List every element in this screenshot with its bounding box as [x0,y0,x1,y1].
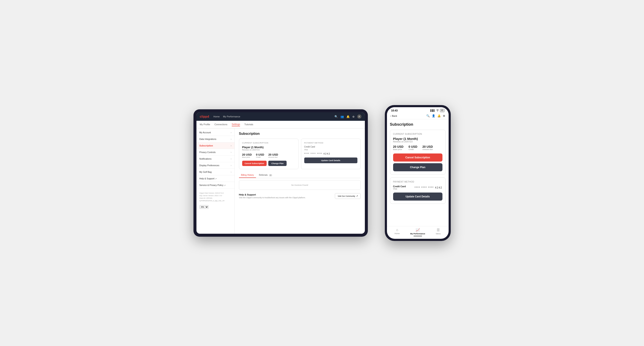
chevron-icon: › [231,164,231,167]
sidebar-label-my-golf-bag: My Golf Bag [200,171,212,173]
payment-method-title: Payment Method [304,142,358,144]
phone-card-number: **** **** **** 4242 [414,186,442,189]
avatar-icon[interactable]: A [357,114,362,119]
current-subscription-card: Current Subscription Player (1 Month) Re… [239,139,298,169]
subnav-my-profile[interactable]: My Profile [200,123,210,126]
lang-dropdown[interactable]: EN [200,205,208,209]
plan-name: Player (1 Month) [242,146,295,149]
subnav-connections[interactable]: Connections [214,123,227,126]
back-chevron-icon: ‹ [390,115,391,117]
phone-nav-performance[interactable]: 📈 My Performance [407,228,428,236]
phone-nav-home-label: Home [394,232,400,235]
phone-credit-label: Credit [409,148,417,151]
payment-method-card: Payment Method Credit Card Visa **** ***… [301,139,360,169]
nav-links: Home My Performance [214,115,240,118]
phone-nav-performance-label: My Performance [410,233,425,235]
sidebar-label-subscription: Subscription [200,144,213,147]
sidebar-item-privacy-controls[interactable]: Privacy Controls › [196,149,234,156]
phone-base-label: Base price [393,148,404,151]
subnav-tutorials[interactable]: Tutorials [244,123,253,126]
performance-icon: 📈 [416,228,420,232]
language-selector[interactable]: EN [200,205,232,209]
phone-nav-menu[interactable]: ☰ Menu [428,228,448,236]
community-label: Visit Our Community [338,195,355,197]
tab-referrals[interactable]: Referrals 0 [257,173,274,178]
current-subscription-title: Current Subscription [242,142,295,144]
phone-change-plan-button[interactable]: Change Plan [393,163,442,171]
chevron-icon: › [231,131,231,134]
phone-nav-home[interactable]: ⌂ Home [387,228,408,236]
phone-update-card-button[interactable]: Update Card Details [393,192,442,201]
tablet-navbar: clippd Home My Performance 🔍 👥 🔔 ⊕ A [196,112,365,121]
sidebar-item-subscription[interactable]: Subscription › [196,143,234,149]
phone-plan-name: Player (1 Month) [393,137,442,141]
phone-payment-row: Credit Card Visa **** **** **** 4242 [393,185,442,190]
nav-active-indicator [414,236,422,236]
wifi-icon [436,109,439,112]
change-plan-button[interactable]: Change Plan [268,161,286,166]
subnav-settings[interactable]: Settings [232,123,240,126]
sidebar-item-my-account[interactable]: My Account › [196,129,234,136]
price-amount-due: 20 USD Amount due [268,153,278,158]
sidebar-label-service-privacy: Service & Privacy Policy ↗ [200,184,226,186]
chevron-icon: › [231,158,231,160]
add-icon[interactable]: ⊕ [443,114,445,117]
add-icon[interactable]: ⊕ [352,115,355,118]
card-number: **** **** **** 4242 [304,153,358,155]
back-label: Back [392,115,397,117]
back-button[interactable]: ‹ Back [390,115,397,117]
phone-payment-title: Payment Method [393,181,442,183]
credit-label: Credit [256,156,264,158]
phone-main-content: Subscription Current Subscription Player… [387,119,448,226]
chevron-icon: › [231,171,231,173]
chevron-icon: › [231,145,231,147]
phone-payment-info: Credit Card Visa [393,185,406,190]
client-version: Clippd Client Version: 2023.07.6-8 [200,192,232,194]
phone-cancel-subscription-button[interactable]: Cancel Subscription [393,154,442,162]
phone-header-icons: 🔍 👤 🔔 ⊕ [426,114,445,117]
update-card-button[interactable]: Update Card Details [304,158,358,163]
sidebar-item-service-privacy[interactable]: Service & Privacy Policy ↗ [196,182,234,188]
subnav: My Profile Connections Settings Tutorial… [196,121,365,128]
tablet-screen: clippd Home My Performance 🔍 👥 🔔 ⊕ A My … [196,112,365,234]
bell-icon[interactable]: 🔔 [346,115,350,118]
amount-due-label: Amount due [268,156,278,158]
page-title: Subscription [239,132,360,136]
sidebar-label-my-account: My Account [200,131,211,134]
phone-base-value: 20 USD [393,145,404,148]
help-support-section: Help & Support Visit the Clippd Communit… [239,193,360,199]
phone-amount-due-label: Amount due [422,148,433,151]
phone-plan-renews: Renews on 25/07/23 [393,141,442,143]
tablet-device: clippd Home My Performance 🔍 👥 🔔 ⊕ A My … [194,109,368,237]
sidebar: My Account › Data Integrations › Subscri… [196,128,235,234]
search-icon[interactable]: 🔍 [334,115,338,118]
amount-due-value: 20 USD [268,153,278,156]
chevron-icon: › [231,151,231,154]
phone-header: ‹ Back 🔍 👤 🔔 ⊕ [387,113,448,119]
sidebar-item-display-preferences[interactable]: Display Preferences › [196,162,234,169]
sidebar-item-my-golf-bag[interactable]: My Golf Bag › [196,169,234,175]
sidebar-item-notifications[interactable]: Notifications › [196,156,234,162]
referrals-badge: 0 [269,174,272,176]
brand-logo: clippd [200,115,209,118]
tab-billing-history[interactable]: Billing History [239,173,256,178]
sidebar-item-help-support[interactable]: Help & Support ↗ [196,175,234,182]
user-icon[interactable]: 👤 [432,114,435,117]
nav-link-home[interactable]: Home [214,115,220,118]
sidebar-item-data-integrations[interactable]: Data Integrations › [196,136,234,143]
nav-link-performance[interactable]: My Performance [223,115,240,118]
phone-pricing: 20 USD Base price 0 USD Credit 20 USD Am… [393,145,442,151]
base-price-label: Base price [242,156,252,158]
sidebar-label-help-support: Help & Support ↗ [200,177,217,180]
billing-tabs: Billing History Referrals 0 [239,173,360,178]
tablet-body: My Account › Data Integrations › Subscri… [196,128,365,234]
phone-device: 10:43 ▌▌▌ 85 ‹ Back 🔍 👤 🔔 ⊕ [385,105,451,241]
search-icon[interactable]: 🔍 [426,114,430,117]
bell-icon[interactable]: 🔔 [437,114,441,117]
help-support-text: Help & Support Visit the Clippd Communit… [239,193,306,199]
cancel-subscription-button[interactable]: Cancel Subscription [242,161,267,166]
users-icon[interactable]: 👥 [340,115,344,118]
visit-community-button[interactable]: Visit Our Community ↗ [335,193,360,199]
base-price-value: 20 USD [242,153,252,156]
subscription-buttons: Cancel Subscription Change Plan [242,161,295,166]
